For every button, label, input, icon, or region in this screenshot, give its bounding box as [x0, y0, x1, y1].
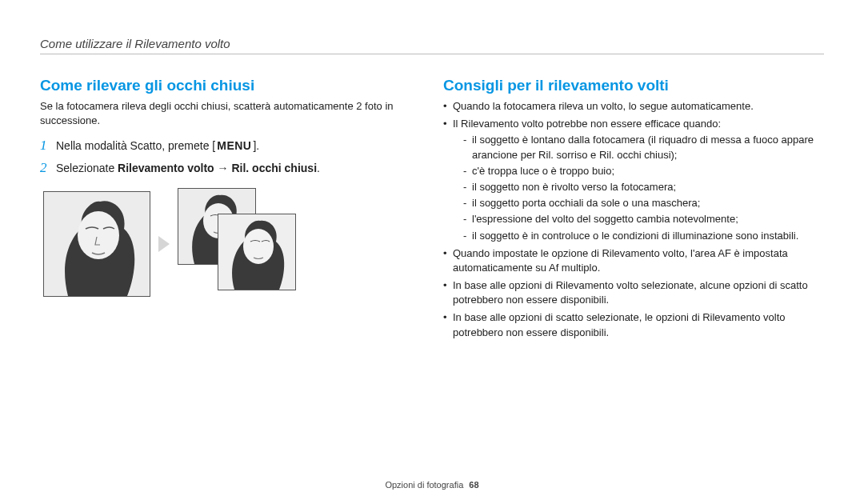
step-2-body: Selezionate Rilevamento volto → Ril. occ… — [56, 160, 320, 177]
right-heading: Consigli per il rilevamento volti — [443, 77, 824, 94]
right-column: Consigli per il rilevamento volti Quando… — [443, 77, 824, 343]
breadcrumb: Come utilizzare il Rilevamento volto — [40, 37, 824, 54]
portrait-illustration — [218, 214, 296, 290]
step-2-bold-2: Ril. occhi chiusi — [231, 162, 317, 174]
content-columns: Come rilevare gli occhi chiusi Se la fot… — [40, 77, 824, 343]
page-footer: Opzioni di fotografia 68 — [0, 480, 864, 490]
tip-subitem: il soggetto non è rivolto verso la fotoc… — [453, 180, 824, 194]
tip-subitem: l'espressione del volto del soggetto cam… — [453, 212, 824, 226]
svg-point-1 — [78, 211, 119, 259]
step-2: 2 Selezionate Rilevamento volto → Ril. o… — [40, 160, 408, 177]
tip-subitem: il soggetto è in controluce o le condizi… — [453, 229, 824, 243]
tip-subitem: il soggetto è lontano dalla fotocamera (… — [453, 133, 824, 162]
menu-button-label: MENU — [215, 137, 253, 155]
tip-subitem: il soggetto porta occhiali da sole o una… — [453, 196, 824, 210]
left-heading: Come rilevare gli occhi chiusi — [40, 77, 408, 94]
step-number-2: 2 — [40, 160, 56, 176]
step-2-arrow: → — [214, 162, 232, 174]
step-2-post: . — [317, 162, 320, 174]
face-icon — [218, 214, 295, 290]
arrow-right-icon — [158, 236, 170, 252]
step-number-1: 1 — [40, 138, 56, 154]
page: Come utilizzare il Rilevamento volto Com… — [0, 0, 864, 504]
tips-list: Quando la fotocamera rileva un volto, lo… — [443, 99, 824, 340]
tip-item: Il Rilevamento volto potrebbe non essere… — [443, 117, 824, 243]
step-1-pre: Nella modalità Scatto, premete [ — [56, 139, 215, 152]
portrait-pair — [178, 188, 306, 300]
tip-item: In base alle opzioni di scatto seleziona… — [443, 310, 824, 339]
step-2-bold-1: Rilevamento volto — [118, 162, 214, 174]
tip-intro: Il Rilevamento volto potrebbe non essere… — [453, 118, 721, 130]
footer-section: Opzioni di fotografia — [385, 480, 463, 490]
tip-sublist: il soggetto è lontano dalla fotocamera (… — [453, 133, 824, 242]
illustration-row — [43, 188, 408, 300]
step-1: 1 Nella modalità Scatto, premete [MENU]. — [40, 137, 408, 155]
page-number: 68 — [469, 480, 478, 490]
step-2-pre: Selezionate — [56, 162, 118, 174]
left-column: Come rilevare gli occhi chiusi Se la fot… — [40, 77, 408, 343]
tip-item: Quando la fotocamera rileva un volto, lo… — [443, 99, 824, 114]
tip-item: Quando impostate le opzione di Rilevamen… — [443, 246, 824, 275]
portrait-illustration — [43, 191, 150, 297]
tip-subitem: c'è troppa luce o è troppo buio; — [453, 164, 824, 178]
face-icon — [44, 192, 150, 296]
step-1-post: ]. — [253, 139, 259, 152]
tip-item: In base alle opzioni di Rilevamento volt… — [443, 278, 824, 307]
step-1-body: Nella modalità Scatto, premete [MENU]. — [56, 137, 259, 155]
left-lead-text: Se la fotocamera rileva degli occhi chiu… — [40, 99, 408, 127]
